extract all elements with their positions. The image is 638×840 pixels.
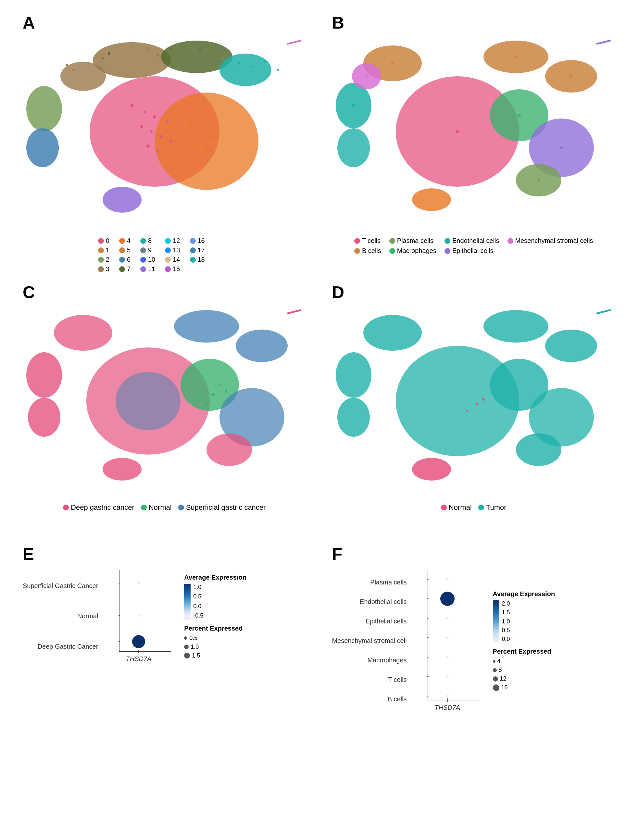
svg-text:THSD7A: THSD7A — [126, 655, 152, 662]
svg-point-74 — [205, 403, 208, 406]
panel-d-label: D — [332, 283, 344, 302]
f-ylabel-plasma: Plasma cells — [332, 579, 407, 586]
e-pct-10: 1.0 — [184, 644, 246, 651]
svg-point-20 — [238, 62, 240, 65]
f-legend: Average Expression 2.0 1.5 1.0 0.5 0.0 P… — [493, 590, 555, 691]
svg-point-9 — [66, 64, 68, 66]
svg-point-11 — [102, 57, 104, 59]
e-chart: THSD7A — [103, 567, 174, 664]
svg-point-8 — [103, 187, 142, 213]
legend-item-7: 7 — [119, 265, 131, 273]
e-ylabel-2: Deep Gastric Cancer — [23, 643, 98, 651]
svg-point-120 — [447, 695, 448, 697]
svg-point-33 — [156, 150, 159, 152]
legend-item-10: 10 — [140, 256, 155, 263]
svg-point-100 — [132, 635, 145, 648]
panel-f-label: F — [332, 544, 616, 564]
svg-point-14 — [156, 54, 159, 57]
svg-point-72 — [196, 377, 198, 380]
e-expr-val-05: 0.5 — [193, 593, 203, 600]
f-pct-12: 12 — [493, 675, 555, 682]
svg-point-81 — [483, 310, 548, 343]
panel-c-legend: Deep gastric cancer Normal Superficial g… — [63, 503, 265, 512]
svg-point-50 — [412, 188, 451, 211]
svg-point-88 — [412, 458, 451, 480]
svg-point-29 — [150, 130, 153, 133]
f-ylabel-endothelial: Endothelial cells — [332, 598, 407, 606]
svg-point-12 — [108, 52, 111, 55]
panel-d-legend: Normal Tumor — [441, 503, 507, 512]
svg-point-60 — [537, 178, 540, 182]
svg-point-101 — [138, 582, 140, 584]
legend-b-macrophages: Macrophages — [389, 247, 436, 254]
panel-c-label: C — [23, 283, 35, 302]
svg-line-39 — [287, 41, 301, 44]
svg-point-21 — [251, 66, 253, 68]
svg-point-46 — [337, 128, 370, 167]
svg-point-52 — [391, 62, 394, 65]
svg-point-71 — [103, 458, 142, 480]
svg-point-116 — [447, 617, 448, 619]
svg-point-73 — [212, 393, 215, 396]
legend-item-12: 12 — [165, 237, 180, 245]
e-pct-05: 0.5 — [184, 635, 246, 642]
e-ylabel-0: Superficial Gastric Cancer — [23, 582, 98, 590]
svg-point-54 — [570, 75, 573, 78]
legend-b-bcells: B cells — [354, 247, 381, 254]
page: A — [0, 0, 638, 734]
legend-item-8: 8 — [140, 237, 155, 245]
f-expr-val-10: 1.0 — [502, 618, 510, 625]
svg-point-119 — [447, 676, 448, 677]
e-pct-expr-title: Percent Expressed — [184, 625, 246, 632]
legend-item-1: 1 — [98, 246, 109, 254]
svg-point-91 — [482, 398, 485, 401]
legend-d-normal: Normal — [441, 503, 472, 512]
legend-item-16: 16 — [190, 237, 205, 245]
legend-item-18: 18 — [190, 256, 205, 263]
svg-point-25 — [144, 111, 146, 113]
svg-text:THSD7A: THSD7A — [434, 704, 460, 711]
umap-b — [328, 34, 620, 229]
svg-point-67 — [26, 352, 62, 398]
panel-b-legend: T cells Plasma cells Endothelial cells M… — [354, 234, 593, 254]
svg-point-16 — [182, 51, 185, 53]
umap-c — [18, 303, 310, 498]
svg-point-68 — [28, 398, 60, 437]
f-chart: THSD7A — [412, 567, 483, 713]
svg-point-26 — [153, 115, 156, 118]
svg-point-10 — [73, 69, 74, 71]
e-avg-expr-title: Average Expression — [184, 574, 246, 581]
f-pct-16: 16 — [493, 684, 555, 691]
svg-point-114 — [440, 592, 455, 606]
svg-point-80 — [363, 315, 422, 351]
f-ylabel-macrophages: Macrophages — [332, 657, 407, 664]
legend-item-3: 3 — [98, 265, 109, 273]
legend-b-plasma: Plasma cells — [389, 237, 436, 245]
legend-item-4: 4 — [119, 237, 131, 245]
f-ylabel-epithelial: Epithelial cells — [332, 617, 407, 625]
top-row: A — [13, 13, 625, 273]
svg-point-84 — [337, 398, 370, 437]
svg-point-62 — [115, 372, 180, 430]
svg-point-3 — [220, 54, 272, 86]
legend-item-6: 6 — [119, 256, 131, 263]
svg-point-90 — [466, 410, 468, 412]
e-expr-val-10: 1.0 — [193, 584, 203, 591]
f-pct-4: 4 — [493, 658, 555, 665]
svg-point-59 — [365, 75, 368, 77]
panel-a-legend: 0 4 8 12 16 1 5 9 13 17 2 6 10 — [98, 234, 231, 273]
svg-point-13 — [147, 49, 149, 51]
legend-c-normal: Normal — [141, 503, 172, 512]
svg-point-28 — [140, 125, 143, 128]
e-legend: Average Expression 1.0 0.5 0.0 -0.5 Perc… — [184, 574, 246, 659]
svg-point-115 — [447, 578, 448, 580]
svg-point-24 — [130, 104, 133, 107]
panel-b-label: B — [332, 13, 344, 33]
f-ylabel-tcells: T cells — [332, 676, 407, 684]
f-expr-val-20: 2.0 — [502, 600, 510, 607]
legend-b-tcells: T cells — [354, 237, 381, 245]
legend-item-17: 17 — [190, 246, 205, 254]
legend-item-14: 14 — [165, 256, 180, 263]
svg-point-30 — [160, 135, 163, 138]
panel-e-label: E — [23, 544, 306, 564]
